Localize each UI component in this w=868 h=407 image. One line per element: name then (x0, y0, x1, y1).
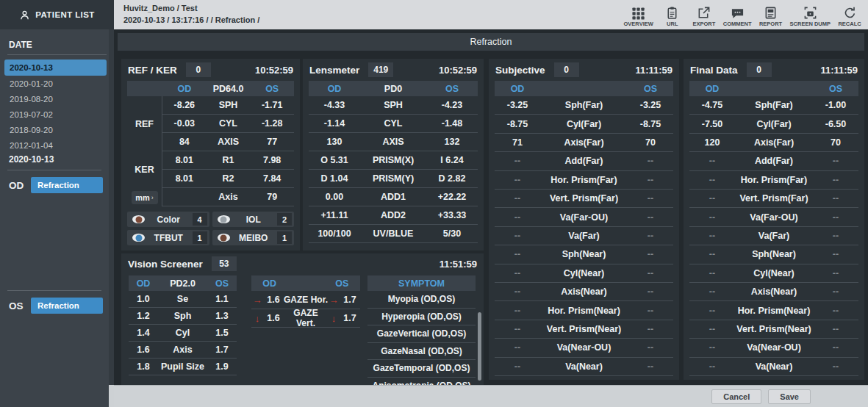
export-button[interactable]: EXPORT (692, 6, 717, 27)
sidebar-scrollbar-thumb[interactable] (109, 385, 114, 407)
table-row: -- Va(Far-OU) -- (689, 208, 858, 226)
timestamp: 11:11:59 (820, 65, 858, 76)
table-row: -3.25 Sph(Far) -3.25 (495, 96, 673, 115)
pd-column-header: PD2.0 (158, 278, 207, 289)
table-row: 130 AXIS 132 (309, 133, 478, 151)
divider (7, 54, 107, 55)
panel-title: Final Data (690, 65, 738, 76)
row-label: PRISM(Y) (360, 173, 426, 184)
ref-group-label: REF (127, 96, 162, 151)
panel-title: Subjective (495, 65, 545, 76)
pd-column-header: PD64.0 (207, 84, 251, 94)
os-refraction-button[interactable]: Refraction (31, 298, 103, 314)
iol-button[interactable]: IOL 2 (212, 212, 295, 227)
recalc-button[interactable]: RECALC (837, 6, 862, 27)
od-value: -- (495, 249, 540, 259)
row-label: Cyl(Far) (540, 119, 628, 129)
overview-button[interactable]: OVERVIEW (624, 6, 653, 27)
breadcrumb-session: 2020-10-13 / 13:17:16 / / Refraction / (123, 15, 259, 26)
count-badge: 0 (554, 62, 579, 77)
overview-icon (631, 6, 645, 20)
date-list-item[interactable]: 2019-08-20 (4, 92, 107, 107)
od-column-header: OD (251, 278, 287, 289)
panel-title: REF / KER (128, 65, 177, 76)
od-refraction-button[interactable]: Refraction (31, 177, 103, 193)
symptom-row: GazeTemporal (OD,OS) (367, 360, 476, 378)
row-label: SPH (360, 100, 426, 110)
os-value: 5/30 (426, 228, 478, 239)
od-value: -- (689, 156, 735, 166)
od-value: +11.11 (309, 210, 360, 220)
row-label: Axis (158, 345, 207, 355)
unit-mm-button[interactable]: mm › (132, 191, 158, 204)
row-label: Pupil Size (158, 361, 207, 372)
tfbut-button[interactable]: TFBUT 1 (127, 230, 209, 245)
meibo-eye-icon (218, 234, 230, 242)
color-button[interactable]: Color 4 (127, 212, 209, 227)
table-row: -- Hor. Prism(Far) -- (689, 171, 858, 190)
os-value: -1.48 (426, 118, 478, 129)
date-list-item[interactable]: 2012-01-04 (4, 138, 107, 153)
od-value: -0.03 (162, 118, 207, 129)
table-row: -- Va(Far-OU) -- (495, 208, 673, 226)
os-value: -- (628, 342, 673, 353)
od-value: -- (495, 324, 540, 334)
row-label: Sph(Near) (540, 249, 628, 259)
tool-label: EXPORT (692, 21, 715, 27)
od-value: 1.6 (129, 345, 158, 355)
timestamp: 11:11:59 (635, 65, 672, 76)
final-data-panel: Final Data 0 11:11:59 OD OS -4.75 Sph(Fa… (684, 59, 864, 380)
date-list-item[interactable]: 2018-09-20 (4, 123, 107, 137)
divider (7, 170, 101, 170)
save-button[interactable]: Save (768, 389, 811, 404)
timestamp: 11:51:59 (440, 259, 477, 270)
gaze-arrow-icon: ↓ (251, 313, 263, 324)
os-section: OS Refraction (0, 290, 109, 314)
report-button[interactable]: REPORT (758, 6, 783, 27)
date-list-item[interactable]: 2019-07-02 (4, 107, 107, 122)
row-label: Hor. Prism(Far) (735, 175, 813, 185)
row-label: AXIS (207, 137, 251, 147)
url-button[interactable]: URL (660, 6, 685, 27)
row-label: Vert. Prism(Near) (540, 324, 628, 334)
od-value: -8.75 (495, 119, 540, 129)
row-label: Vert. Prism(Far) (540, 193, 628, 204)
od-value: -- (495, 268, 540, 278)
color-eye-icon (132, 215, 145, 223)
os-value: -- (628, 193, 673, 204)
meibo-button[interactable]: MEIBO 1 (212, 230, 295, 245)
table-row: 100/100 UV/BLUE 5/30 (309, 225, 478, 243)
od-value: -- (495, 342, 540, 353)
table-header: OD OS (251, 275, 360, 291)
table-row: -8.75 Cyl(Far) -8.75 (495, 115, 673, 133)
screen-dump-button[interactable]: SCREEN DUMP (790, 6, 831, 27)
os-value: -6.50 (813, 119, 858, 129)
row-label: Va(Far-OU) (735, 212, 813, 223)
table-row: -- Sph(Near) -- (495, 245, 673, 264)
table-row: 84 AXIS 77 (162, 133, 294, 151)
session-date: 2020-10-13 (9, 154, 109, 165)
patient-list-sidebar: PATIENT LIST DATE 2020-10-13 2020-01-20 … (0, 0, 114, 407)
row-label: R1 (207, 155, 251, 165)
export-icon (697, 6, 711, 20)
date-list-item[interactable]: 2020-10-13 (4, 60, 107, 76)
symptom-row: Myopia (OD,OS) (367, 291, 476, 309)
count-badge: 1 (277, 231, 292, 244)
od-column-header: OD (309, 84, 360, 94)
row-label: Va(Near) (540, 361, 628, 372)
patient-list-header: PATIENT LIST (0, 0, 114, 29)
cancel-button[interactable]: Cancel (711, 389, 761, 404)
lensmeter-rows: -4.33 SPH -4.23 -1.14 CYL -1.48 130 AXIS… (309, 96, 478, 243)
row-label: AXIS (360, 137, 426, 147)
top-bar: Huvitz_Demo / Test 2020-10-13 / 13:17:16… (114, 0, 868, 29)
date-list-item[interactable]: 2020-01-20 (4, 76, 107, 91)
os-value: 70 (813, 137, 858, 148)
row-label: Sph(Far) (735, 100, 813, 110)
row-label: Axis(Far) (540, 137, 628, 148)
symptom-scrollbar-thumb[interactable] (478, 312, 481, 381)
comment-button[interactable]: COMMENT (723, 6, 752, 27)
os-value: 1.1 (207, 294, 237, 304)
table-header: OD PD64.0 OS (127, 81, 294, 96)
od-value: -- (495, 193, 540, 204)
os-column-header: OS (324, 278, 360, 289)
